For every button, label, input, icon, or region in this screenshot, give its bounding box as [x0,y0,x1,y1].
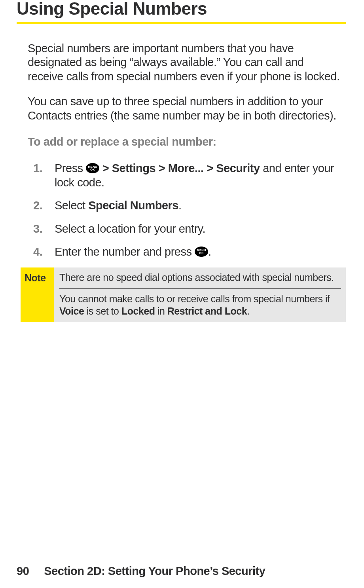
page-number: 90 [17,565,29,578]
page-footer: 90 Section 2D: Setting Your Phone’s Secu… [17,565,265,578]
note-text: in [155,305,167,317]
step-text-pre: Enter the number and press [55,245,195,258]
step-number: 3. [28,222,55,236]
step-item: 4. Enter the number and press MENUOK. [28,245,342,259]
step-text-post: . [208,245,211,258]
step-number: 4. [28,245,55,259]
intro-paragraph-1: Special numbers are important numbers th… [28,42,342,83]
note-text: You cannot make calls to or receive call… [59,293,330,304]
note-bold: Voice [59,305,84,317]
document-page: Using Special Numbers Special numbers ar… [0,0,364,588]
step-text-post: . [178,199,182,212]
step-item: 2. Select Special Numbers. [28,198,342,212]
step-text: Press MENUOK > Settings > More... > Secu… [55,161,342,190]
step-text: Select Special Numbers. [55,198,342,212]
page-title: Using Special Numbers [17,0,346,17]
note-body: There are no speed dial options associat… [54,267,346,322]
note-item-1: There are no speed dial options associat… [54,267,346,288]
note-callout: Note There are no speed dial options ass… [21,267,346,322]
step-number: 1. [28,161,55,190]
step-item: 3. Select a location for your entry. [28,222,342,236]
heading-underline [17,22,346,24]
procedure-heading: To add or replace a special number: [28,135,346,148]
step-list: 1. Press MENUOK > Settings > More... > S… [28,161,342,259]
menu-ok-icon: MENUOK [86,163,99,173]
note-bold: Locked [121,305,155,317]
step-text: Enter the number and press MENUOK. [55,245,342,259]
footer-section-title: Section 2D: Setting Your Phone’s Securit… [44,565,265,578]
icon-line-2: OK [90,168,95,171]
step-number: 2. [28,198,55,212]
step-item: 1. Press MENUOK > Settings > More... > S… [28,161,342,190]
note-text: . [247,305,249,317]
icon-line-2: OK [199,252,204,255]
note-label: Note [21,267,54,322]
intro-paragraph-2: You can save up to three special numbers… [28,95,342,123]
step-text-bold: Special Numbers [88,199,178,212]
note-item-2: You cannot make calls to or receive call… [54,289,346,322]
step-text-bold: > Settings > More... > Security [99,162,263,175]
note-text: is set to [84,305,121,317]
step-text: Select a location for your entry. [55,222,342,236]
step-text-pre: Press [55,162,86,175]
step-text-pre: Select [55,199,88,212]
menu-ok-icon: MENUOK [195,247,208,257]
note-bold: Restrict and Lock [167,305,247,317]
